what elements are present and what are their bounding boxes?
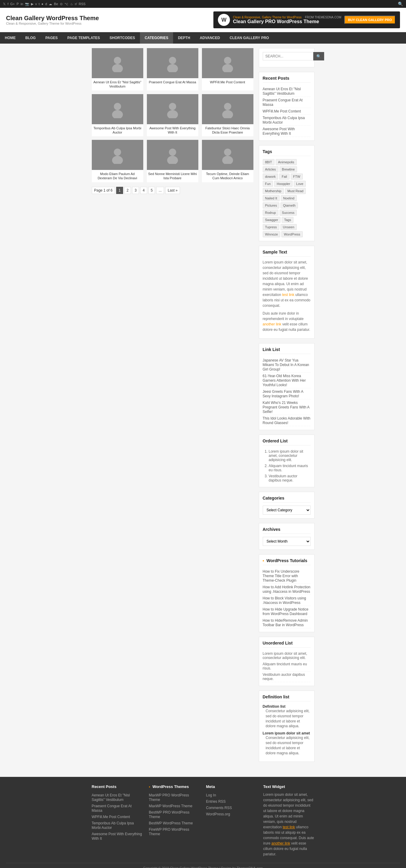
tag-articles[interactable]: Articles [263,166,279,172]
rss-item[interactable]: How to Block Visitors using .htaccess in… [263,595,311,606]
tag-must-read[interactable]: Must Read [285,188,306,194]
footer-theme-item[interactable]: MaxWP PRO WordPress Theme [149,792,200,803]
link-item[interactable]: Kahl Who's 21 Weeks Pregnant Greets Fans… [263,399,311,415]
rss-item[interactable]: How to Hide/Remove Admin Toolbar Bar in … [263,617,311,628]
footer-login-link[interactable]: Log In [206,793,216,797]
steam-icon[interactable]: ♨ [70,2,73,6]
github-icon[interactable]: ⌥ [64,2,68,6]
footer-post-link-1[interactable]: Aenean Ut Eros Et "Nisl Sagittis" Vestib… [92,793,130,802]
footer-post-link-3[interactable]: WPFill.Me Post Content [92,815,130,819]
tag-success[interactable]: Success [280,210,297,216]
footer-wporg-link[interactable]: WordPress.org [206,812,230,816]
recent-post-link-2[interactable]: Praesent Congue Erat At Massa [263,98,303,107]
footer-post-link-4[interactable]: Temporibus Ab Culpa Ipsa Morbi Auctor [92,821,134,830]
rss-item[interactable]: How to Fix Underscore Theme Title Error … [263,568,311,584]
nav-item-shortcodes[interactable]: SHORTCODES [105,32,140,43]
tag-pictures[interactable]: Pictures [263,203,280,209]
gallery-item[interactable]: Modo Etiam Paulum Ad Dexteram De Via Dec… [92,140,143,182]
sample-link-2[interactable]: another link [263,322,281,326]
footer-theme-item[interactable]: MaxWP WordPress Theme [149,803,200,809]
tag-noelind[interactable]: Noelind [281,195,297,201]
link-item[interactable]: Jeesi Greets Fans With A Sexy Instagram … [263,388,311,399]
facebook-icon[interactable]: f [7,2,8,6]
nav-item-cgp[interactable]: CLEAN GALLERY PRO [225,32,274,43]
footer-post-item[interactable]: Praesent Congue Erat At Massa [92,803,143,813]
tag-tupress[interactable]: Tupress [263,224,279,230]
tumblr-icon[interactable]: t [38,2,39,6]
buy-button[interactable]: BUY CLEAN GALLERY PRO [344,16,396,24]
behance-icon[interactable]: Be [54,2,58,6]
nav-item-blog[interactable]: BLOG [21,32,40,43]
recent-post-item[interactable]: Aenean Ut Eros Et "Nisl Sagittis" Vestib… [263,86,311,97]
recent-post-link-4[interactable]: Temporibus Ab Culpa Ipsa Morbi Auctor [263,116,305,125]
rss-link-3[interactable]: How to Block Visitors using .htaccess in… [263,596,307,605]
pagination-page-2[interactable]: 2 [124,187,131,194]
sample-link-1[interactable]: test link [282,292,294,297]
nav-item-pages[interactable]: PAGES [40,32,63,43]
nav-item-categories[interactable]: CATEGORIES [140,32,173,43]
nav-link-page-templates[interactable]: PAGE TEMPLATES [63,32,105,43]
gallery-item[interactable]: Tecum Optime, Deinde Etiam Cum Mediocri … [202,140,253,182]
footer-theme-link-3[interactable]: BestWP PRO WordPress Theme [149,810,190,819]
tag-rodrup[interactable]: Rodrup [263,210,279,216]
footer-post-item[interactable]: Awesome Post With Everything With It [92,831,143,841]
search-input[interactable] [263,52,313,60]
rss-link-4[interactable]: How to Hide Upgrade Notice from WordPres… [263,607,309,616]
nav-item-home[interactable]: HOME [0,32,21,43]
deviantart-icon[interactable]: d [45,2,47,6]
tag-brewtine[interactable]: Brewtine [280,166,297,172]
gallery-item[interactable]: Fatebuntur Stoici Haec Omnia Dicta Esse … [202,94,253,136]
archives-select[interactable]: Select Month [263,537,311,546]
pagination-page-5[interactable]: 5 [148,187,155,194]
search-form[interactable]: 🔍 [263,52,311,60]
tag-8bit[interactable]: 8BIT [263,159,274,165]
footer-text-link-1[interactable]: test link [283,825,295,829]
search-button[interactable]: 🔍 [313,52,324,60]
nav-link-shortcodes[interactable]: SHORTCODES [105,32,140,43]
link-item[interactable]: This Idol Looks Adorable With Round Glas… [263,415,311,426]
nav-item-advanced[interactable]: ADVANCED [195,32,225,43]
tag-nailed-it[interactable]: Nailed It [263,195,280,201]
pagination-page-1[interactable]: 1 [116,187,123,194]
footer-meta-item[interactable]: Log In [206,792,257,798]
link-2[interactable]: 61-Year-Old Miss Korea Garners Attention… [263,374,306,387]
nav-link-cgp[interactable]: CLEAN GALLERY PRO [225,32,274,43]
nav-link-home[interactable]: HOME [0,32,21,43]
footer-theme-item[interactable]: BestWP PRO WordPress Theme [149,809,200,820]
link-1[interactable]: Japanese AV Star Yua Mikami To Debut In … [263,358,310,371]
recent-post-link-1[interactable]: Aenean Ut Eros Et "Nisl Sagittis" Vestib… [263,87,301,96]
footer-theme-link-4[interactable]: BestWP WordPress Theme [149,821,193,825]
tag-animepolis[interactable]: Animepolis [276,159,297,165]
gallery-item[interactable]: Temporibus Ab Culpa Ipsa Morbi Auctor [92,94,143,136]
footer-meta-item[interactable]: WordPress.org [206,811,257,817]
dribbble-icon[interactable]: ⊙ [60,2,63,6]
flickr-icon[interactable]: ● [41,2,44,6]
footer-post-link-2[interactable]: Praesent Congue Erat At Massa [92,804,132,813]
nav-link-depth[interactable]: DEPTH [173,32,195,43]
pagination-page-3[interactable]: 3 [132,187,139,194]
nav-link-pages[interactable]: PAGES [40,32,63,43]
gallery-item[interactable]: Aenean Ut Eros Et "Nisl Sagittis" Vestib… [92,48,143,91]
footer-theme-link-1[interactable]: MaxWP PRO WordPress Theme [149,793,189,802]
pinterest-icon[interactable]: P [17,2,19,6]
footer-comments-link[interactable]: Comments RSS [206,806,232,810]
nav-link-categories[interactable]: CATEGORIES [140,32,173,43]
footer-post-link-5[interactable]: Awesome Post With Everything With It [92,832,142,841]
youtube-icon[interactable]: ▶ [31,2,33,6]
tag-fun[interactable]: Fun [263,181,273,187]
footer-theme-item[interactable]: BestWP WordPress Theme [149,820,200,826]
recent-post-link-3[interactable]: WPFill.Me Post Content [263,109,301,114]
linkedin-icon[interactable]: in [21,2,23,6]
vimeo-icon[interactable]: v [35,2,37,6]
rss-item[interactable]: How to Hide Upgrade Notice from WordPres… [263,606,311,617]
gallery-item[interactable]: Sed Nonne Merninisti Licere Mihi Ista Pr… [147,140,198,182]
search-top-icon[interactable]: 🔍 [398,1,403,6]
tag-hooppler[interactable]: Hooppler [274,181,293,187]
tag-love[interactable]: Love [294,181,306,187]
soundcloud-icon[interactable]: ☁ [49,2,52,6]
gallery-item[interactable]: WPFill.Me Post Content [202,48,253,91]
footer-text-link-2[interactable]: another link [271,841,290,845]
footer-entries-link[interactable]: Entries RSS [206,799,226,804]
footer-meta-item[interactable]: Entries RSS [206,798,257,805]
recent-post-item[interactable]: WPFill.Me Post Content [263,108,311,115]
